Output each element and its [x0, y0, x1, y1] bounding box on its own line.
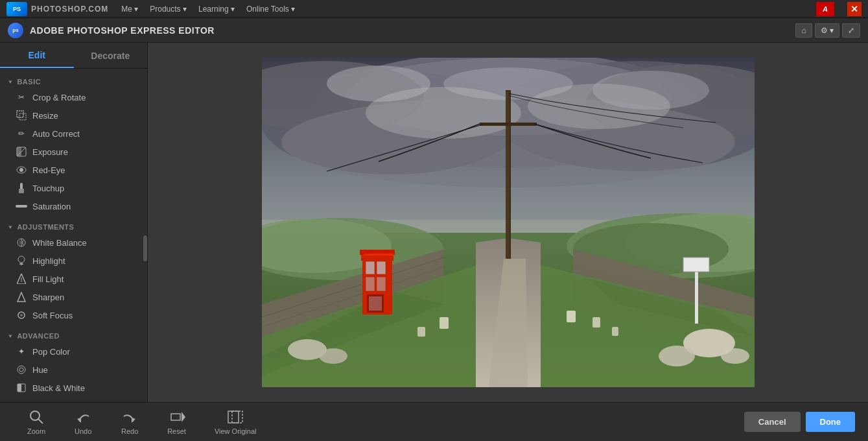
hue-icon	[16, 364, 27, 375]
sidebar-item-black-white[interactable]: Black & White	[0, 379, 147, 397]
sidebar-item-crop-rotate[interactable]: ✂ Crop & Rotate	[0, 88, 147, 106]
svg-rect-67	[480, 123, 537, 126]
toolbar-tools-section: Zoom Undo Redo	[13, 409, 270, 435]
svg-point-76	[659, 346, 695, 366]
touchup-icon	[16, 182, 27, 194]
white-balance-icon	[16, 237, 27, 248]
sidebar-item-exposure[interactable]: Exposure	[0, 143, 147, 161]
app-title: ADOBE PHOTOSHOP EXPRESS EDITOR	[30, 25, 215, 36]
redo-icon	[121, 409, 139, 425]
svg-rect-61	[377, 277, 386, 291]
nav-links: Me ▾ Products ▾ Learning ▾ Online Tools …	[121, 5, 295, 14]
sidebar-scroll[interactable]: ▼ BASIC ✂ Crop & Rotate Resize	[0, 69, 147, 402]
svg-point-79	[319, 348, 347, 364]
svg-rect-59	[377, 261, 386, 274]
svg-rect-69	[592, 317, 600, 328]
sidebar: Edit Decorate ▼ BASIC ✂ Crop & Rotate	[0, 43, 148, 402]
view-original-icon	[226, 409, 244, 425]
sidebar-item-resize[interactable]: Resize	[0, 106, 147, 125]
settings-button[interactable]: ⚙ ▾	[815, 23, 839, 38]
nav-me[interactable]: Me ▾	[121, 5, 138, 14]
svg-rect-7	[19, 189, 24, 193]
app-container: ps ADOBE PHOTOSHOP EXPRESS EDITOR ⌂ ⚙ ▾ …	[0, 18, 868, 441]
top-nav: PS PHOTOSHOP.COM Me ▾ Products ▾ Learnin…	[0, 0, 868, 18]
svg-rect-86	[228, 411, 239, 423]
svg-point-80	[30, 411, 40, 420]
svg-point-20	[19, 368, 23, 372]
sidebar-item-fill-light[interactable]: Fill Light	[0, 270, 147, 288]
black-white-icon	[16, 382, 27, 394]
edit-decorate-tabs: Edit Decorate	[0, 43, 147, 69]
sidebar-item-soft-focus[interactable]: Soft Focus	[0, 306, 147, 324]
svg-point-18	[20, 314, 23, 316]
soft-focus-icon	[16, 309, 27, 321]
sidebar-item-red-eye[interactable]: Red-Eye	[0, 161, 147, 179]
pop-color-icon: ✦	[16, 346, 27, 357]
sidebar-item-hue[interactable]: Hue	[0, 361, 147, 379]
svg-point-33	[327, 66, 430, 102]
done-button[interactable]: Done	[806, 412, 856, 432]
svg-rect-87	[232, 411, 242, 423]
scrollbar-handle[interactable]	[143, 235, 147, 261]
reset-button[interactable]: Reset	[153, 409, 200, 435]
svg-rect-60	[366, 277, 375, 291]
svg-rect-66	[506, 91, 510, 259]
svg-rect-71	[440, 317, 449, 329]
cancel-button[interactable]: Cancel	[744, 412, 801, 432]
svg-rect-68	[567, 311, 576, 322]
sidebar-item-sharpen[interactable]: Sharpen	[0, 288, 147, 306]
nav-learning[interactable]: Learning ▾	[198, 5, 235, 14]
section-basic-header: ▼ BASIC	[0, 74, 147, 88]
svg-point-5	[19, 168, 23, 172]
sidebar-item-highlight[interactable]: Highlight	[0, 252, 147, 270]
zoom-icon	[27, 409, 45, 425]
nav-products[interactable]: Products ▾	[150, 5, 187, 14]
reset-icon	[168, 409, 186, 425]
saturation-icon	[16, 200, 27, 212]
svg-point-77	[721, 348, 749, 364]
advanced-chevron-icon: ▼	[8, 333, 13, 339]
svg-marker-82	[77, 418, 81, 423]
adobe-icon: A	[816, 2, 834, 16]
fullscreen-button[interactable]: ⤢	[842, 23, 860, 38]
svg-marker-85	[182, 412, 185, 422]
nav-online-tools[interactable]: Online Tools ▾	[246, 5, 295, 14]
tab-decorate[interactable]: Decorate	[74, 43, 148, 68]
svg-point-11	[18, 256, 25, 263]
undo-icon	[74, 409, 92, 425]
svg-marker-83	[132, 418, 135, 423]
titlebar-tools: ⌂ ⚙ ▾ ⤢	[795, 23, 860, 38]
image-container	[148, 43, 868, 402]
svg-marker-16	[18, 292, 25, 302]
fill-light-icon	[16, 273, 27, 285]
undo-button[interactable]: Undo	[60, 409, 106, 435]
bottom-toolbar: Zoom Undo Redo	[0, 402, 868, 441]
sharpen-icon	[16, 291, 27, 303]
tab-edit[interactable]: Edit	[0, 43, 74, 68]
sidebar-item-touchup[interactable]: Touchup	[0, 179, 147, 197]
view-original-button[interactable]: View Original	[200, 409, 271, 435]
svg-rect-72	[417, 327, 425, 337]
svg-rect-64	[364, 254, 393, 256]
section-adjustments-header: ▼ ADJUSTMENTS	[0, 219, 147, 233]
close-window-button[interactable]: ✕	[847, 2, 862, 16]
app-logo: ps	[8, 23, 23, 38]
sidebar-item-auto-correct[interactable]: ✏ Auto Correct	[0, 125, 147, 143]
svg-rect-8	[16, 205, 27, 208]
main-layout: Edit Decorate ▼ BASIC ✂ Crop & Rotate	[0, 43, 868, 402]
redo-button[interactable]: Redo	[106, 409, 153, 435]
zoom-button[interactable]: Zoom	[13, 409, 60, 435]
svg-rect-70	[612, 327, 618, 336]
home-button[interactable]: ⌂	[795, 23, 812, 38]
auto-correct-icon: ✏	[16, 128, 27, 139]
resize-icon	[16, 110, 27, 121]
sidebar-item-pop-color[interactable]: ✦ Pop Color	[0, 342, 147, 361]
site-name: PHOTOSHOP.COM	[31, 5, 108, 14]
highlight-icon	[16, 255, 27, 267]
sidebar-item-saturation[interactable]: Saturation	[0, 197, 147, 215]
sidebar-item-white-balance[interactable]: White Balance	[0, 233, 147, 252]
logo-area: PS PHOTOSHOP.COM	[6, 2, 108, 16]
photo-canvas	[262, 58, 755, 387]
svg-line-81	[38, 419, 43, 423]
svg-point-19	[18, 366, 25, 374]
